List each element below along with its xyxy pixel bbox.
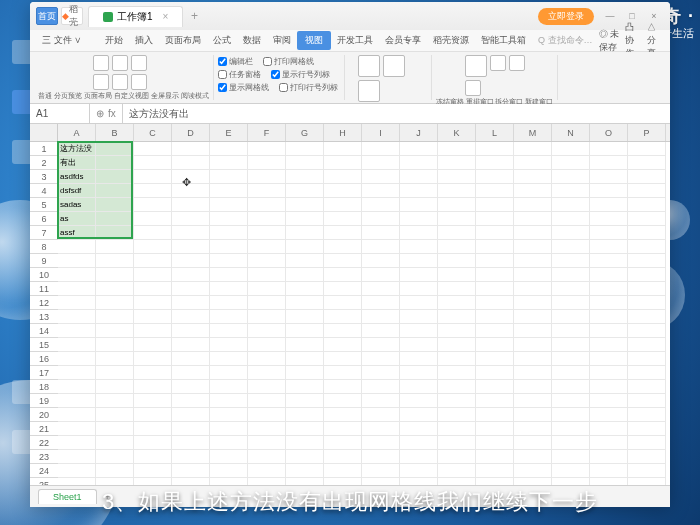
- cell-G22[interactable]: [286, 436, 324, 450]
- freeze-icon[interactable]: [465, 55, 487, 77]
- cell-M16[interactable]: [514, 352, 552, 366]
- cell-C13[interactable]: [134, 310, 172, 324]
- col-header-N[interactable]: N: [552, 124, 590, 141]
- cell-P3[interactable]: [628, 170, 666, 184]
- cell-J13[interactable]: [400, 310, 438, 324]
- row-header-7[interactable]: 7: [30, 226, 58, 240]
- cell-I24[interactable]: [362, 464, 400, 478]
- cell-A19[interactable]: [58, 394, 96, 408]
- cell-N13[interactable]: [552, 310, 590, 324]
- cell-G11[interactable]: [286, 282, 324, 296]
- cell-P4[interactable]: [628, 184, 666, 198]
- cell-P2[interactable]: [628, 156, 666, 170]
- cell-A3[interactable]: asdfds: [58, 170, 96, 184]
- cell-G24[interactable]: [286, 464, 324, 478]
- cell-O3[interactable]: [590, 170, 628, 184]
- ribbon-check-2[interactable]: 显示网格线: [218, 82, 269, 93]
- cell-A25[interactable]: [58, 478, 96, 485]
- cell-C6[interactable]: [134, 212, 172, 226]
- cell-A20[interactable]: [58, 408, 96, 422]
- cell-K23[interactable]: [438, 450, 476, 464]
- cell-B3[interactable]: [96, 170, 134, 184]
- cell-D1[interactable]: [172, 142, 210, 156]
- cell-N6[interactable]: [552, 212, 590, 226]
- cell-H12[interactable]: [324, 296, 362, 310]
- clip-button[interactable]: ◆稻壳: [61, 7, 83, 25]
- cell-K4[interactable]: [438, 184, 476, 198]
- cell-D17[interactable]: [172, 366, 210, 380]
- cell-N25[interactable]: [552, 478, 590, 485]
- cell-F3[interactable]: [248, 170, 286, 184]
- cell-F19[interactable]: [248, 394, 286, 408]
- col-header-B[interactable]: B: [96, 124, 134, 141]
- cell-J10[interactable]: [400, 268, 438, 282]
- cell-E10[interactable]: [210, 268, 248, 282]
- cell-P22[interactable]: [628, 436, 666, 450]
- cell-K2[interactable]: [438, 156, 476, 170]
- cell-G17[interactable]: [286, 366, 324, 380]
- cell-N18[interactable]: [552, 380, 590, 394]
- cell-O9[interactable]: [590, 254, 628, 268]
- row-header-23[interactable]: 23: [30, 450, 58, 464]
- cell-B17[interactable]: [96, 366, 134, 380]
- cell-N11[interactable]: [552, 282, 590, 296]
- cell-G9[interactable]: [286, 254, 324, 268]
- cell-K1[interactable]: [438, 142, 476, 156]
- cell-I13[interactable]: [362, 310, 400, 324]
- cell-I2[interactable]: [362, 156, 400, 170]
- cell-D24[interactable]: [172, 464, 210, 478]
- cell-A11[interactable]: [58, 282, 96, 296]
- cell-F6[interactable]: [248, 212, 286, 226]
- cell-K10[interactable]: [438, 268, 476, 282]
- cell-F18[interactable]: [248, 380, 286, 394]
- cell-G6[interactable]: [286, 212, 324, 226]
- row-header-24[interactable]: 24: [30, 464, 58, 478]
- cell-K15[interactable]: [438, 338, 476, 352]
- cell-N20[interactable]: [552, 408, 590, 422]
- cell-D9[interactable]: [172, 254, 210, 268]
- cell-D22[interactable]: [172, 436, 210, 450]
- cell-P19[interactable]: [628, 394, 666, 408]
- cell-F21[interactable]: [248, 422, 286, 436]
- custom-view-icon[interactable]: [93, 74, 109, 90]
- cell-M1[interactable]: [514, 142, 552, 156]
- normal-view-icon[interactable]: [93, 55, 109, 71]
- cell-O16[interactable]: [590, 352, 628, 366]
- cell-D20[interactable]: [172, 408, 210, 422]
- cell-M18[interactable]: [514, 380, 552, 394]
- cell-I10[interactable]: [362, 268, 400, 282]
- cell-L15[interactable]: [476, 338, 514, 352]
- cell-J23[interactable]: [400, 450, 438, 464]
- ribbon-check-5[interactable]: 打印行号列标: [279, 82, 338, 93]
- cell-N3[interactable]: [552, 170, 590, 184]
- cell-F14[interactable]: [248, 324, 286, 338]
- col-header-D[interactable]: D: [172, 124, 210, 141]
- cell-N21[interactable]: [552, 422, 590, 436]
- cell-H11[interactable]: [324, 282, 362, 296]
- cell-L5[interactable]: [476, 198, 514, 212]
- name-box[interactable]: A1: [30, 104, 90, 123]
- cell-C23[interactable]: [134, 450, 172, 464]
- cell-I8[interactable]: [362, 240, 400, 254]
- row-header-14[interactable]: 14: [30, 324, 58, 338]
- cell-D18[interactable]: [172, 380, 210, 394]
- cell-G5[interactable]: [286, 198, 324, 212]
- cell-A1[interactable]: 这方法没: [58, 142, 96, 156]
- cell-L6[interactable]: [476, 212, 514, 226]
- cell-M12[interactable]: [514, 296, 552, 310]
- cell-M21[interactable]: [514, 422, 552, 436]
- cell-N24[interactable]: [552, 464, 590, 478]
- cell-B9[interactable]: [96, 254, 134, 268]
- cell-F8[interactable]: [248, 240, 286, 254]
- cell-M2[interactable]: [514, 156, 552, 170]
- cell-G18[interactable]: [286, 380, 324, 394]
- cell-P7[interactable]: [628, 226, 666, 240]
- cell-B25[interactable]: [96, 478, 134, 485]
- cell-B13[interactable]: [96, 310, 134, 324]
- row-header-3[interactable]: 3: [30, 170, 58, 184]
- cell-D14[interactable]: [172, 324, 210, 338]
- cell-L13[interactable]: [476, 310, 514, 324]
- cell-B18[interactable]: [96, 380, 134, 394]
- cell-K12[interactable]: [438, 296, 476, 310]
- row-header-13[interactable]: 13: [30, 310, 58, 324]
